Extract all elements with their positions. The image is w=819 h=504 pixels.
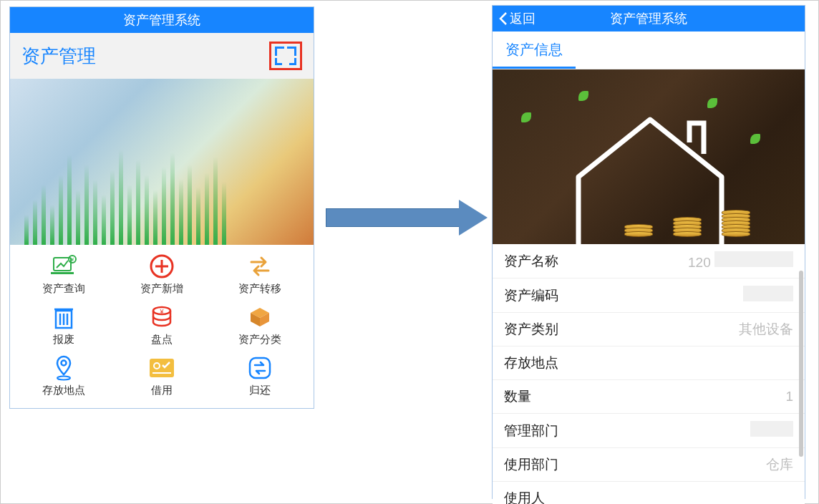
hero-image bbox=[10, 79, 314, 245]
section-title: 资产管理 bbox=[21, 44, 96, 69]
field-user[interactable]: 使用人 bbox=[493, 482, 805, 504]
field-asset-code[interactable]: 资产编码 bbox=[493, 278, 805, 313]
swap-rounded-icon bbox=[211, 355, 309, 381]
titlebar: 资产管理系统 bbox=[10, 7, 314, 33]
menu-label: 借用 bbox=[112, 384, 210, 397]
field-value: 1 bbox=[785, 389, 793, 404]
field-label: 存放地点 bbox=[504, 354, 558, 372]
plus-circle-icon bbox=[112, 253, 210, 279]
trash-icon bbox=[14, 304, 112, 330]
redacted-icon bbox=[714, 251, 793, 267]
menu-asset-add[interactable]: 资产新增 bbox=[112, 252, 210, 297]
coins-stack-icon: ¥ bbox=[112, 304, 210, 330]
field-asset-category[interactable]: 资产类别 其他设备 bbox=[493, 313, 805, 346]
fields-list: 资产名称 120 资产编码 资产类别 其他设备 存放地点 数量 1 管理部门 bbox=[493, 244, 805, 504]
menu-label: 报废 bbox=[14, 333, 112, 346]
coin-stacks-icon bbox=[624, 212, 750, 237]
card-check-icon bbox=[112, 355, 210, 381]
laptop-chart-icon: ¥ bbox=[14, 253, 112, 279]
app-title: 资产管理系统 bbox=[610, 11, 687, 26]
svg-text:¥: ¥ bbox=[69, 256, 74, 263]
field-value: 120 bbox=[688, 255, 711, 270]
scrollbar[interactable] bbox=[799, 271, 803, 457]
field-quantity[interactable]: 数量 1 bbox=[493, 380, 805, 414]
svg-rect-1 bbox=[51, 272, 74, 274]
tab-asset-info[interactable]: 资产信息 bbox=[493, 32, 576, 69]
field-label: 使用人 bbox=[504, 489, 545, 504]
field-location[interactable]: 存放地点 bbox=[493, 346, 805, 380]
field-label: 使用部门 bbox=[504, 455, 558, 474]
tab-label: 资产信息 bbox=[505, 42, 563, 57]
field-label: 管理部门 bbox=[504, 422, 558, 440]
menu-scrap[interactable]: 报废 bbox=[14, 303, 112, 348]
location-pin-icon bbox=[14, 355, 112, 381]
field-label: 资产类别 bbox=[504, 320, 558, 339]
menu-label: 盘点 bbox=[112, 333, 210, 346]
menu-label: 归还 bbox=[211, 384, 309, 397]
svg-point-14 bbox=[61, 361, 66, 366]
titlebar: 返回 资产管理系统 bbox=[493, 6, 805, 32]
svg-rect-19 bbox=[250, 358, 270, 378]
flow-arrow-icon bbox=[326, 200, 489, 236]
menu-return[interactable]: 归还 bbox=[211, 354, 309, 399]
hero-image bbox=[493, 69, 805, 244]
field-asset-name[interactable]: 资产名称 120 bbox=[493, 244, 805, 278]
field-value: 仓库 bbox=[766, 455, 793, 474]
field-value: 其他设备 bbox=[739, 320, 793, 339]
back-button[interactable]: 返回 bbox=[498, 6, 536, 32]
field-label: 资产编码 bbox=[504, 286, 558, 305]
menu-label: 资产查询 bbox=[14, 282, 112, 296]
field-label: 数量 bbox=[504, 387, 531, 406]
chevron-left-icon bbox=[498, 11, 508, 26]
menu-asset-query[interactable]: ¥ 资产查询 bbox=[14, 252, 112, 297]
menu-grid: ¥ 资产查询 资产新增 资产转移 报废 bbox=[10, 245, 314, 399]
back-label: 返回 bbox=[510, 6, 536, 32]
redacted-icon bbox=[743, 286, 793, 301]
field-manage-dept[interactable]: 管理部门 bbox=[493, 414, 805, 448]
menu-borrow[interactable]: 借用 bbox=[112, 354, 210, 399]
cube-icon bbox=[211, 304, 309, 330]
menu-asset-category[interactable]: 资产分类 bbox=[211, 303, 309, 348]
app-title: 资产管理系统 bbox=[123, 13, 200, 27]
menu-inventory[interactable]: ¥ 盘点 bbox=[112, 303, 210, 348]
menu-label: 资产分类 bbox=[211, 333, 309, 346]
scan-icon bbox=[275, 47, 296, 65]
menu-location[interactable]: 存放地点 bbox=[14, 354, 112, 399]
section-header: 资产管理 bbox=[10, 33, 314, 79]
canvas: 资产管理系统 资产管理 bbox=[0, 0, 819, 504]
menu-label: 资产转移 bbox=[211, 282, 309, 296]
detail-screen: 返回 资产管理系统 资产信息 资产名称 bbox=[492, 5, 805, 499]
menu-label: 资产新增 bbox=[112, 282, 210, 296]
field-label: 资产名称 bbox=[504, 252, 558, 271]
svg-point-15 bbox=[57, 377, 70, 380]
svg-rect-16 bbox=[150, 359, 174, 377]
home-screen: 资产管理系统 资产管理 bbox=[9, 6, 314, 409]
menu-asset-transfer[interactable]: 资产转移 bbox=[211, 252, 309, 297]
field-use-dept[interactable]: 使用部门 仓库 bbox=[493, 448, 805, 482]
transfer-arrows-icon bbox=[211, 253, 309, 279]
scan-button[interactable] bbox=[269, 42, 302, 70]
menu-label: 存放地点 bbox=[14, 384, 112, 397]
tab-row: 资产信息 bbox=[493, 32, 805, 69]
redacted-icon bbox=[750, 421, 793, 437]
svg-text:¥: ¥ bbox=[159, 308, 164, 315]
